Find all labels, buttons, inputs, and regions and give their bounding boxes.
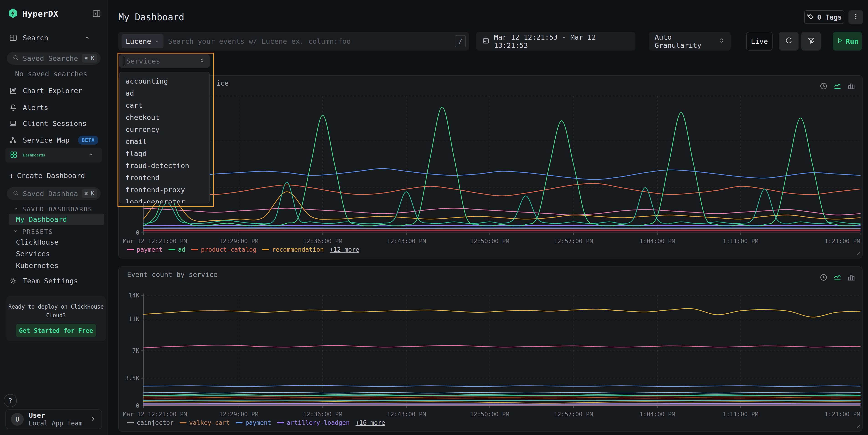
filter-button[interactable] (801, 32, 821, 51)
dropdown-option[interactable]: email (120, 135, 209, 147)
run-label: Run (846, 37, 859, 45)
legend-item[interactable]: recommendation (262, 246, 324, 253)
legend-item[interactable]: valkey-cart (180, 419, 230, 426)
list-item-label: ClickHouse (16, 238, 59, 246)
sidebar-item-kubernetes[interactable]: Kubernetes (9, 260, 104, 271)
search-input[interactable]: Search your events w/ Lucene ex. column:… (168, 37, 451, 45)
promo-line2: Cloud? (6, 311, 106, 320)
svg-text:Mar 12 12:21:00 PM: Mar 12 12:21:00 PM (123, 238, 187, 245)
filter-icon (807, 36, 815, 46)
svg-text:12:50:00 PM: 12:50:00 PM (470, 411, 509, 418)
legend-item[interactable]: product-catalog (191, 246, 256, 253)
line-chart[interactable]: 0Mar 12 12:21:00 PM12:29:00 PM12:36:00 P… (119, 75, 862, 258)
svg-text:12:29:00 PM: 12:29:00 PM (219, 411, 258, 418)
legend-label: valkey-cart (189, 419, 230, 426)
hyperdx-logo-icon (8, 8, 18, 19)
legend-item[interactable]: artillery-loadgen (277, 419, 349, 426)
avatar: U (11, 413, 24, 426)
legend-item[interactable]: payment (127, 246, 162, 253)
gear-icon (9, 277, 17, 285)
legend-item[interactable]: cainjector (127, 419, 174, 426)
dropdown-option[interactable]: accounting (120, 75, 209, 87)
legend-item[interactable]: payment (236, 419, 271, 426)
user-menu[interactable]: U User Local App Team (5, 409, 102, 429)
legend-dash (277, 422, 284, 424)
section-header: PRESETS (22, 228, 53, 235)
dropdown-option[interactable]: fraud-detection (120, 159, 209, 172)
dropdown-option[interactable]: ad (120, 87, 209, 99)
tags-label: 0 Tags (817, 13, 842, 21)
legend-item[interactable]: ad (168, 246, 186, 253)
date-range-picker[interactable]: Mar 12 12:21:53 - Mar 12 13:21:53 (476, 32, 636, 51)
legend-dash (262, 249, 269, 250)
dropdown-option[interactable]: load-generator (120, 196, 209, 204)
sidebar-item-dashboards[interactable]: Dashboards (5, 148, 102, 163)
sidebar-item-team-settings[interactable]: Team Settings (9, 274, 98, 287)
svg-text:12:57:00 PM: 12:57:00 PM (554, 411, 593, 418)
legend-more-link[interactable]: +12 more (330, 246, 359, 253)
services-dropdown-list: accountingadcartcheckoutcurrencyemailfla… (119, 72, 210, 204)
legend-dash (191, 249, 198, 250)
text-cursor (124, 57, 124, 65)
granularity-select[interactable]: Auto Granularity (649, 32, 731, 51)
services-filter-input[interactable]: Services (119, 55, 210, 68)
sidebar-item-chart-explorer[interactable]: Chart Explorer (9, 84, 98, 97)
question-mark-icon: ? (8, 397, 12, 405)
sidebar-item-label: Dashboards (23, 153, 45, 157)
dropdown-option[interactable]: currency (120, 123, 209, 135)
saved-searches-input[interactable]: Saved Searches ⌘ K (7, 52, 101, 65)
section-header: SAVED DASHBOARDS (22, 206, 92, 213)
svg-text:12:43:00 PM: 12:43:00 PM (387, 238, 426, 245)
svg-text:Mar 12 12:21:00 PM: Mar 12 12:21:00 PM (123, 411, 187, 418)
help-button[interactable]: ? (4, 394, 17, 407)
presets-section[interactable]: PRESETS (13, 227, 53, 237)
refresh-button[interactable] (779, 32, 799, 51)
sidebar-item-client-sessions[interactable]: Client Sessions (9, 117, 98, 130)
svg-text:12:50:00 PM: 12:50:00 PM (470, 238, 509, 245)
live-button[interactable]: Live (746, 32, 773, 51)
tag-icon (807, 13, 814, 22)
sidebar-item-services[interactable]: Services (9, 248, 104, 259)
dropdown-option[interactable]: frontend-proxy (120, 184, 209, 196)
sidebar-item-my-dashboard[interactable]: My Dashboard (9, 214, 104, 225)
chevron-down-icon (13, 206, 19, 213)
legend-more-link[interactable]: +16 more (356, 419, 385, 426)
saved-dashboards-input[interactable]: Saved Dashboards ⌘ K (7, 187, 101, 200)
logo[interactable]: HyperDX (8, 7, 59, 21)
svg-text:3.5K: 3.5K (125, 375, 140, 382)
create-dashboard-button[interactable]: + Create Dashboard (9, 169, 98, 182)
dashboard-menu-button[interactable] (848, 10, 863, 24)
saved-dashboards-placeholder: Saved Dashboards (23, 189, 78, 198)
line-chart[interactable]: 03.5K7K11K14KMar 12 12:21:00 PM12:29:00 … (119, 267, 862, 431)
tags-button[interactable]: 0 Tags (804, 10, 844, 24)
get-started-button[interactable]: Get Started for Free (16, 324, 96, 337)
list-item-label: My Dashboard (16, 215, 67, 223)
sidebar-item-alerts[interactable]: Alerts (9, 101, 98, 114)
resize-handle[interactable] (855, 250, 860, 256)
search-icon (12, 54, 19, 63)
list-item-label: Services (16, 250, 50, 258)
svg-text:1:21:00 PM: 1:21:00 PM (825, 411, 860, 418)
legend-dash (127, 249, 134, 250)
slash-shortcut-badge: / (455, 35, 466, 48)
sidebar-item-search[interactable]: Search (9, 31, 98, 44)
sidebar: HyperDX Search Saved Searches ⌘ K No sav… (0, 0, 107, 435)
shortcut-badge: ⌘ K (82, 189, 97, 198)
resize-handle[interactable] (855, 424, 860, 429)
dropdown-option[interactable]: cart (120, 99, 209, 111)
dropdown-option[interactable]: flagd (120, 147, 209, 159)
legend-label: recommendation (272, 246, 324, 253)
sidebar-item-clickhouse[interactable]: ClickHouse (9, 237, 104, 248)
saved-dashboards-section[interactable]: SAVED DASHBOARDS (13, 204, 92, 214)
no-saved-searches-text: No saved searches (15, 70, 87, 78)
run-button[interactable]: Run (833, 32, 862, 51)
chart-legend: cainjectorvalkey-cartpaymentartillery-lo… (127, 419, 385, 426)
svg-text:12:57:00 PM: 12:57:00 PM (554, 238, 593, 245)
sidebar-item-service-map[interactable]: Service Map BETA (9, 134, 98, 147)
svg-text:1:11:00 PM: 1:11:00 PM (723, 411, 758, 418)
dropdown-option[interactable]: frontend (120, 172, 209, 184)
query-language-select[interactable]: Lucene (122, 34, 163, 48)
dropdown-option[interactable]: checkout (120, 111, 209, 123)
sidebar-collapse-icon[interactable] (92, 9, 101, 19)
legend-label: artillery-loadgen (287, 419, 349, 426)
